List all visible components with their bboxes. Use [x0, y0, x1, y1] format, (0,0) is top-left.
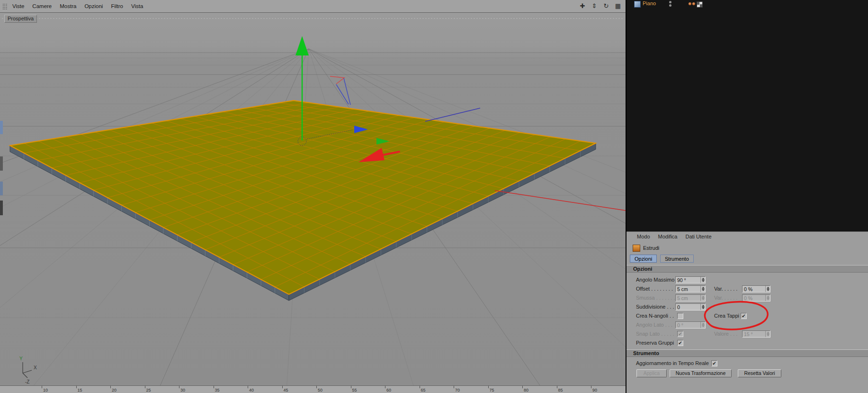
ruler-tick-mark	[488, 386, 489, 388]
svg-text:X: X	[34, 365, 37, 370]
snap-lato-checkbox: ✔	[677, 331, 683, 337]
tempo-reale-checkbox[interactable]: ✔	[711, 360, 717, 366]
menu-vista[interactable]: Vista	[131, 3, 143, 9]
tempo-reale-label: Aggiornamento in Tempo Reale	[636, 360, 709, 366]
tab-dati-utente[interactable]: Dati Utente	[686, 234, 712, 239]
ruler-tick-mark	[179, 386, 179, 388]
preserva-gruppi-checkbox[interactable]: ✔	[677, 340, 683, 346]
ruler-tick-label: 70	[455, 388, 460, 393]
ruler-tick-mark	[420, 386, 420, 388]
attribute-manager-menu: Modo Modifica Dati Utente	[637, 234, 712, 239]
spinner-icon[interactable]	[700, 286, 705, 292]
svg-text:-Z: -Z	[25, 379, 29, 384]
tab-modo[interactable]: Modo	[637, 234, 650, 239]
snap-lato-label: Snap Lato . . . . .	[636, 331, 674, 337]
maximize-icon[interactable]: ▦	[614, 1, 622, 10]
rotate-icon[interactable]: ↻	[602, 1, 610, 10]
texture-tag-icon[interactable]	[697, 1, 703, 8]
valore-label: Valore . . .	[714, 331, 737, 337]
suddivisione-value: 0	[677, 304, 680, 310]
ruler-tick-label: 10	[43, 388, 48, 393]
section-header-strumento[interactable]: Strumento	[626, 349, 868, 357]
angolo-lato-label: Angolo Lato . . .	[636, 322, 672, 328]
row-buttons: Applica Nuova Trasformazione Resetta Val…	[626, 369, 868, 378]
ruler-tick-label: 20	[112, 388, 116, 393]
angolo-lato-value: 0 °	[677, 322, 683, 328]
crea-n-angoli-checkbox[interactable]	[677, 313, 683, 319]
menu-mostra[interactable]: Mostra	[60, 3, 76, 9]
zoom-icon[interactable]: ⇕	[591, 1, 598, 10]
spinner-icon[interactable]	[765, 286, 770, 292]
row-angolo-massimo: Angolo Massimo 90 °	[626, 275, 868, 284]
menu-filtro[interactable]: Filtro	[111, 3, 123, 9]
ruler-tick-label: 90	[592, 388, 597, 393]
crea-tappi-checkbox[interactable]: ✔	[741, 313, 747, 319]
menu-opzioni[interactable]: Opzioni	[84, 3, 103, 9]
plane-object-icon[interactable]	[634, 1, 641, 8]
viewport-canvas[interactable]: Y-ZX	[0, 0, 626, 393]
ruler-tick-mark	[385, 386, 385, 388]
ruler-tick-label: 80	[524, 388, 528, 393]
viewport-controls: ✚ ⇕ ↻ ▦	[579, 1, 622, 10]
spinner-icon	[765, 295, 770, 301]
ruler-tick-label: 50	[318, 388, 322, 393]
ruler-tick-label: 45	[284, 388, 288, 393]
smussa-var-field: 0 %	[742, 294, 770, 302]
ruler-tick-label: 40	[249, 388, 254, 393]
object-name[interactable]: Piano	[643, 0, 656, 6]
suddivisione-label: Suddivisione . . .	[636, 304, 674, 310]
ruler-tick-mark	[454, 386, 454, 388]
spinner-icon[interactable]	[700, 277, 705, 283]
smussa-value: 5 cm	[677, 295, 688, 301]
ruler-tick-label: 25	[146, 388, 151, 393]
menu-camere[interactable]: Camere	[32, 3, 52, 9]
smussa-field: 5 cm	[675, 294, 706, 302]
ruler-tick-label: 15	[78, 388, 82, 393]
row-suddivisione: Suddivisione . . . 0	[626, 302, 868, 311]
timeline-ruler[interactable]: 1015202530354045505560657075808590	[0, 385, 626, 393]
applica-button: Applica	[636, 369, 667, 377]
preserva-gruppi-label: Preserva Gruppi	[636, 340, 674, 346]
offset-var-value: 0 %	[744, 286, 752, 292]
offset-var-label: Var. . . . . .	[714, 286, 737, 292]
nuova-trasformazione-button[interactable]: Nuova Trasformazione	[670, 369, 732, 377]
angolo-lato-field: 0 °	[675, 321, 706, 329]
tab-opzioni[interactable]: Opzioni	[630, 255, 657, 263]
section-header-opzioni[interactable]: Opzioni	[626, 265, 868, 273]
ruler-tick-mark	[42, 386, 42, 388]
ruler-tick-mark	[591, 386, 591, 388]
ruler-tick-label: 30	[180, 388, 185, 393]
tab-strumento[interactable]: Strumento	[660, 255, 694, 263]
ruler-tick-mark	[145, 386, 145, 388]
menu-viste[interactable]: Viste	[12, 3, 24, 9]
ruler-tick-label: 35	[215, 388, 220, 393]
ruler-tick-mark	[76, 386, 77, 388]
ruler-tick-mark	[214, 386, 214, 388]
tool-title: Estrudi	[643, 245, 659, 251]
material-dot-icon[interactable]	[689, 2, 691, 5]
left-edge-palette	[0, 201, 3, 215]
visibility-dots-icon[interactable]	[669, 1, 671, 7]
material-dot-icon[interactable]	[692, 2, 695, 5]
crea-tappi-label: Crea Tappi	[714, 313, 739, 319]
valore-field: 15 °	[742, 330, 770, 338]
ruler-tick-mark	[522, 386, 523, 388]
angolo-massimo-value: 90 °	[677, 277, 686, 283]
pan-icon[interactable]: ✚	[579, 1, 586, 10]
suddivisione-field[interactable]: 0	[675, 303, 706, 311]
drag-handle-icon[interactable]	[2, 3, 8, 9]
offset-field[interactable]: 5 cm	[675, 285, 706, 292]
ruler-tick-mark	[248, 386, 248, 388]
row-snap-lato: Snap Lato . . . . . ✔ Valore . . . 15 °	[626, 329, 868, 338]
offset-var-field[interactable]: 0 %	[742, 285, 770, 292]
left-edge-palette	[0, 182, 3, 195]
ruler-tick-mark	[110, 386, 111, 388]
row-crea: Crea N-angoli . . Crea Tappi ✔	[626, 311, 868, 320]
spinner-icon	[700, 295, 705, 301]
ruler-tick-label: 60	[386, 388, 391, 393]
spinner-icon[interactable]	[700, 304, 705, 310]
crea-n-angoli-label: Crea N-angoli . .	[636, 313, 674, 319]
angolo-massimo-field[interactable]: 90 °	[675, 276, 706, 283]
tab-modifica[interactable]: Modifica	[658, 234, 678, 239]
resetta-valori-button[interactable]: Resetta Valori	[738, 369, 781, 377]
